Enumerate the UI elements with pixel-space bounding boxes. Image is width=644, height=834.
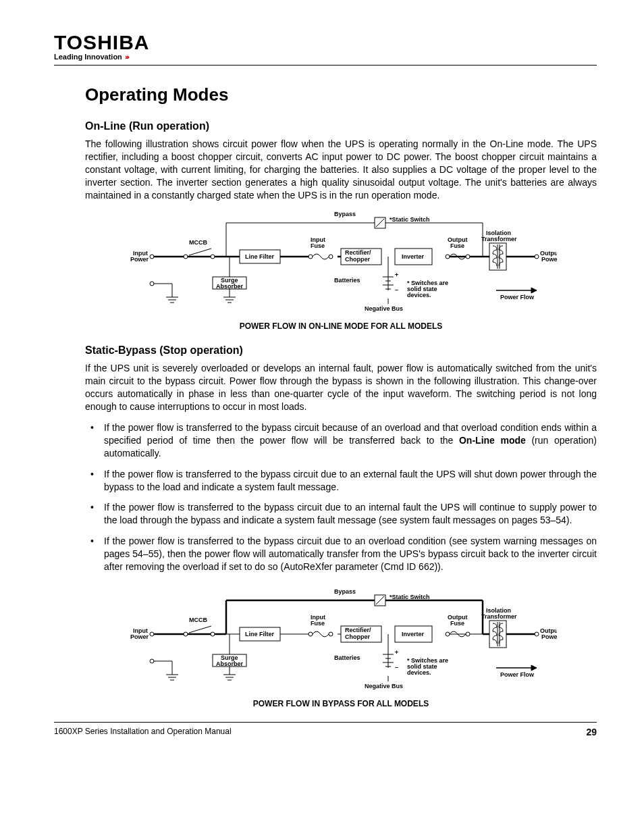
page-number: 29 — [586, 727, 597, 737]
svg-text:OutputPower: OutputPower — [540, 250, 557, 263]
header-rule — [54, 65, 597, 66]
svg-point-19 — [535, 255, 539, 259]
diagram-bypass: Bypass *Static Switch IsolationTransform… — [85, 587, 597, 695]
svg-point-5 — [150, 255, 154, 259]
svg-text:InputPower: InputPower — [130, 250, 149, 263]
diagram-online: Bypass *Static Switch IsolationTransform… — [85, 209, 597, 317]
svg-text:+: + — [395, 271, 398, 278]
diagram1-caption: POWER FLOW IN ON-LINE MODE FOR ALL MODEL… — [85, 321, 597, 331]
svg-text:InputFuse: InputFuse — [311, 236, 325, 249]
svg-point-11 — [329, 255, 333, 259]
svg-point-72 — [150, 632, 154, 636]
svg-text:IsolationTransformer: IsolationTransformer — [481, 607, 517, 620]
footer-manual-title: 1600XP Series Installation and Operation… — [54, 727, 232, 737]
section1-para: The following illustration shows circuit… — [85, 138, 597, 201]
svg-text:OutputFuse: OutputFuse — [448, 614, 468, 627]
svg-line-8 — [189, 249, 211, 255]
svg-text:*Static Switch: *Static Switch — [390, 594, 430, 600]
bullet-list: If the power flow is transferred to the … — [85, 421, 597, 573]
svg-text:* Switches aresolid statedevic: * Switches aresolid statedevices. — [407, 280, 448, 298]
svg-point-6 — [184, 255, 188, 259]
svg-text:Rectifier/Chopper: Rectifier/Chopper — [345, 249, 371, 263]
svg-text:Rectifier/Chopper: Rectifier/Chopper — [345, 627, 371, 640]
page-footer: 1600XP Series Installation and Operation… — [54, 722, 597, 737]
svg-text:MCCB: MCCB — [189, 239, 207, 246]
svg-point-14 — [446, 255, 450, 259]
section1-heading: On-Line (Run operation) — [85, 120, 597, 132]
svg-text:Negative  Bus: Negative Bus — [365, 683, 403, 689]
svg-text:*Static Switch: *Static Switch — [390, 216, 430, 223]
svg-text:Line Filter: Line Filter — [245, 253, 275, 260]
svg-point-86 — [535, 632, 539, 636]
chevron-icon: ››› — [124, 53, 128, 61]
svg-text:MCCB: MCCB — [189, 617, 207, 623]
section2-para: If the UPS unit is severely overloaded o… — [85, 362, 597, 413]
svg-marker-108 — [531, 665, 537, 671]
svg-point-10 — [308, 255, 313, 259]
svg-text:Batteries: Batteries — [334, 277, 360, 284]
svg-text:OutputPower: OutputPower — [540, 627, 557, 640]
svg-text:* Switches aresolid statedevic: * Switches aresolid statedevices. — [407, 657, 448, 676]
svg-point-82 — [466, 632, 470, 636]
svg-point-31 — [150, 282, 154, 286]
diagram2-caption: POWER FLOW IN BYPASS FOR ALL MODELS — [85, 699, 597, 708]
svg-line-75 — [189, 626, 211, 633]
svg-text:Inverter: Inverter — [402, 253, 425, 260]
svg-text:Power Flow: Power Flow — [500, 294, 535, 301]
svg-marker-44 — [531, 288, 537, 293]
svg-point-77 — [308, 632, 313, 636]
svg-text:Batteries: Batteries — [334, 654, 360, 661]
svg-text:IsolationTransformer: IsolationTransformer — [481, 230, 517, 242]
svg-point-73 — [184, 632, 188, 636]
svg-point-95 — [150, 659, 154, 663]
svg-text:InputFuse: InputFuse — [311, 614, 325, 627]
svg-text:–: – — [395, 664, 398, 671]
svg-point-81 — [446, 632, 450, 636]
bullet-1: If the power flow is transferred to the … — [104, 421, 597, 460]
svg-text:Bypass: Bypass — [334, 211, 356, 217]
bullet-3: If the power flow is transferred to the … — [104, 501, 597, 527]
svg-text:+: + — [395, 649, 398, 656]
section2-heading: Static-Bypass (Stop operation) — [85, 344, 597, 357]
bullet-2: If the power flow is transferred to the … — [104, 468, 597, 494]
svg-point-15 — [466, 255, 470, 259]
svg-text:Inverter: Inverter — [402, 631, 425, 637]
svg-point-74 — [211, 632, 215, 636]
svg-text:Line Filter: Line Filter — [245, 631, 275, 637]
svg-text:Power Flow: Power Flow — [500, 671, 535, 678]
svg-text:OutputFuse: OutputFuse — [448, 236, 468, 249]
page-title: Operating Modes — [85, 84, 597, 105]
svg-text:InputPower: InputPower — [130, 627, 149, 640]
brand-name: TOSHIBA — [54, 31, 597, 54]
brand-header: TOSHIBA Leading Innovation ››› — [54, 31, 597, 61]
svg-text:–: – — [395, 286, 398, 293]
svg-text:Bypass: Bypass — [334, 588, 356, 595]
svg-point-78 — [329, 632, 333, 636]
bullet-4: If the power flow is transferred to the … — [104, 535, 597, 573]
svg-text:Negative  Bus: Negative Bus — [365, 305, 403, 312]
svg-point-7 — [211, 255, 215, 259]
